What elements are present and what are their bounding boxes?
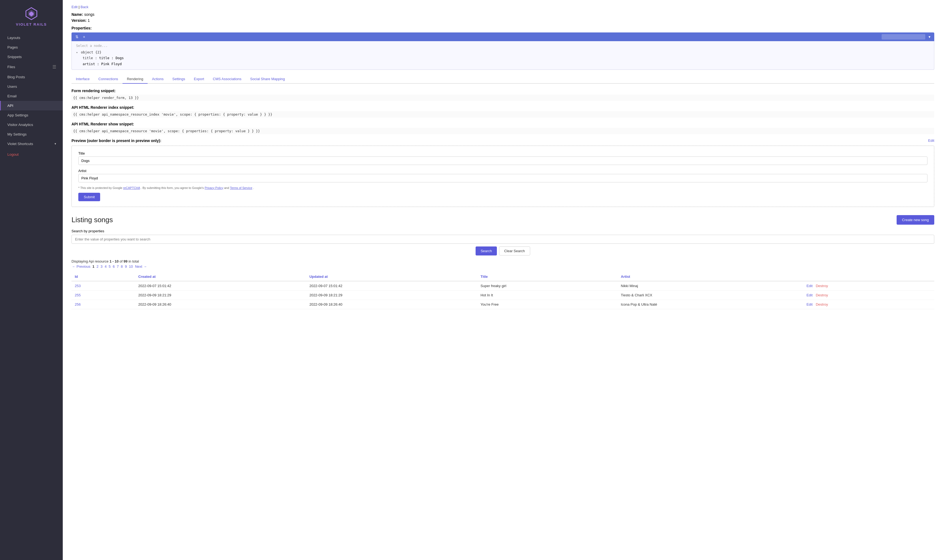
sidebar-logo-text: VIOLET RAILS <box>16 22 47 26</box>
form-snippet-code: {{ cms:helper render_form, 13 }} <box>71 95 934 101</box>
pagination-page-10[interactable]: 10 <box>129 265 133 269</box>
col-actions <box>803 272 934 281</box>
sidebar-item-visitor-analytics[interactable]: Visitor Analytics <box>0 120 63 129</box>
sidebar-item-snippets[interactable]: Snippets <box>0 52 63 62</box>
tab-actions[interactable]: Actions <box>148 75 168 84</box>
main-content: Edit | Back Name: songs Version: 1 Prope… <box>63 0 943 560</box>
artist-field-group: Artist <box>78 169 928 182</box>
row-1-destroy-link[interactable]: Destroy <box>816 284 828 288</box>
sidebar-item-pages[interactable]: Pages <box>0 43 63 52</box>
search-label: Search by properties <box>71 229 934 233</box>
tab-export[interactable]: Export <box>190 75 209 84</box>
pagination-prev[interactable]: ← Previous <box>72 265 90 269</box>
edit-link[interactable]: Edit <box>71 5 77 9</box>
sidebar-logo: VIOLET RAILS <box>0 0 63 31</box>
create-new-song-button[interactable]: Create new song <box>897 215 934 225</box>
privacy-link[interactable]: Privacy Policy <box>205 186 223 189</box>
recaptcha-link[interactable]: reCAPTCHA <box>123 186 140 189</box>
search-section: Search by properties Search Clear Search <box>71 229 934 255</box>
terms-link[interactable]: Terms of Service <box>230 186 252 189</box>
row-1-title: Super freaky girl <box>477 281 617 291</box>
tab-rendering[interactable]: Rendering <box>122 75 148 84</box>
row-3-id: 256 <box>71 300 135 309</box>
row-2-title: Hot In It <box>477 290 617 300</box>
tab-settings[interactable]: Settings <box>168 75 190 84</box>
table-header: Id Created at Updated at Title Artist <box>71 272 934 281</box>
row-3-destroy-link[interactable]: Destroy <box>816 302 828 306</box>
row-1-actions: Edit Destroy <box>803 281 934 291</box>
rendering-tabs: Interface Connections Rendering Actions … <box>71 75 934 84</box>
displaying-info: Displaying Api resource 1 - 10 of 99 in … <box>71 259 934 263</box>
pagination-page-8[interactable]: 8 <box>121 265 123 269</box>
api-show-code: {{ cms:helper api_namespace_resource 'mo… <box>71 128 934 134</box>
row-3-created: 2022-09-09 18:26:40 <box>135 300 306 309</box>
col-artist: Artist <box>617 272 803 281</box>
api-index-label: API HTML Renderer index snippet: <box>71 105 934 109</box>
submit-button[interactable]: Submit <box>78 193 100 201</box>
search-button[interactable]: Search <box>475 246 497 255</box>
row-1-id-link[interactable]: 253 <box>75 284 81 288</box>
col-created: Created at <box>135 272 306 281</box>
json-title-line: title : title : Dogs title : Dogs <box>76 55 930 61</box>
title-input[interactable] <box>78 157 928 165</box>
col-updated: Updated at <box>306 272 477 281</box>
row-1-id: 253 <box>71 281 135 291</box>
sidebar-item-blog-posts[interactable]: Blog Posts <box>0 72 63 82</box>
pagination-page-1-current: 1 <box>93 265 94 269</box>
title-label: Title <box>78 151 928 155</box>
pagination-page-4[interactable]: 4 <box>105 265 106 269</box>
listing-title: Listing songs <box>71 215 113 224</box>
tab-social-share-mapping[interactable]: Social Share Mapping <box>246 75 289 84</box>
tab-connections[interactable]: Connections <box>94 75 122 84</box>
sidebar-item-layouts[interactable]: Layouts <box>0 33 63 43</box>
table-body: 253 2022-09-07 15:01:42 2022-09-07 15:01… <box>71 281 934 309</box>
row-2-id: 255 <box>71 290 135 300</box>
sidebar-item-api[interactable]: API <box>0 101 63 111</box>
pagination-next[interactable]: Next → <box>135 265 147 269</box>
title-field-group: Title <box>78 151 928 165</box>
sidebar-item-logout[interactable]: Logout <box>0 150 63 159</box>
row-2-destroy-link[interactable]: Destroy <box>816 293 828 297</box>
sidebar-item-email[interactable]: Email <box>0 91 63 101</box>
row-2-artist: Tiesto & Charli XCX <box>617 290 803 300</box>
pagination-page-6[interactable]: 6 <box>113 265 114 269</box>
row-1-edit-link[interactable]: Edit <box>807 284 813 288</box>
search-input[interactable] <box>71 235 934 244</box>
row-1-updated: 2022-09-07 15:01:42 <box>306 281 477 291</box>
preview-edit-link[interactable]: Edit <box>928 138 934 143</box>
row-3-id-link[interactable]: 256 <box>75 302 81 306</box>
row-3-artist: Icona Pop & Ultra Naté <box>617 300 803 309</box>
violet-logo-icon <box>24 6 39 21</box>
pagination-page-7[interactable]: 7 <box>117 265 119 269</box>
name-row: Name: songs <box>71 12 934 17</box>
json-add-btn[interactable]: + <box>82 34 86 40</box>
form-snippet-label: Form rendering snippet: <box>71 89 934 93</box>
back-link[interactable]: Back <box>80 5 88 9</box>
table-row: 253 2022-09-07 15:01:42 2022-09-07 15:01… <box>71 281 934 291</box>
pagination-page-3[interactable]: 3 <box>101 265 103 269</box>
tab-cms-associations[interactable]: CMS Associations <box>208 75 246 84</box>
row-3-edit-link[interactable]: Edit <box>807 302 813 306</box>
row-2-id-link[interactable]: 255 <box>75 293 81 297</box>
pagination: ← Previous 1 2 3 4 5 6 7 8 9 10 Next → <box>71 265 934 269</box>
artist-input[interactable] <box>78 174 928 182</box>
tab-interface[interactable]: Interface <box>71 75 94 84</box>
clear-search-button[interactable]: Clear Search <box>499 246 530 255</box>
pagination-page-5[interactable]: 5 <box>109 265 111 269</box>
sidebar-item-app-settings[interactable]: App Settings <box>0 111 63 120</box>
json-toolbar: ⇅ + ▾ <box>71 32 934 41</box>
api-index-code: {{ cms:helper api_namespace_resource_ind… <box>71 111 934 117</box>
json-dropdown-btn[interactable]: ▾ <box>928 34 932 40</box>
sidebar-item-violet-shortcuts[interactable]: Violet Shortcuts ▾ <box>0 139 63 149</box>
json-search-input[interactable] <box>881 34 925 40</box>
json-move-btn[interactable]: ⇅ <box>74 34 80 40</box>
breadcrumb-links: Edit | Back <box>71 5 934 9</box>
sidebar-item-users[interactable]: Users <box>0 82 63 91</box>
row-2-updated: 2022-09-09 18:21:29 <box>306 290 477 300</box>
sidebar-item-files[interactable]: Files ☰ <box>0 62 63 72</box>
sidebar-item-my-settings[interactable]: My Settings <box>0 129 63 139</box>
properties-label: Properties: <box>71 26 934 30</box>
row-2-edit-link[interactable]: Edit <box>807 293 813 297</box>
pagination-page-2[interactable]: 2 <box>97 265 99 269</box>
pagination-page-9[interactable]: 9 <box>125 265 127 269</box>
